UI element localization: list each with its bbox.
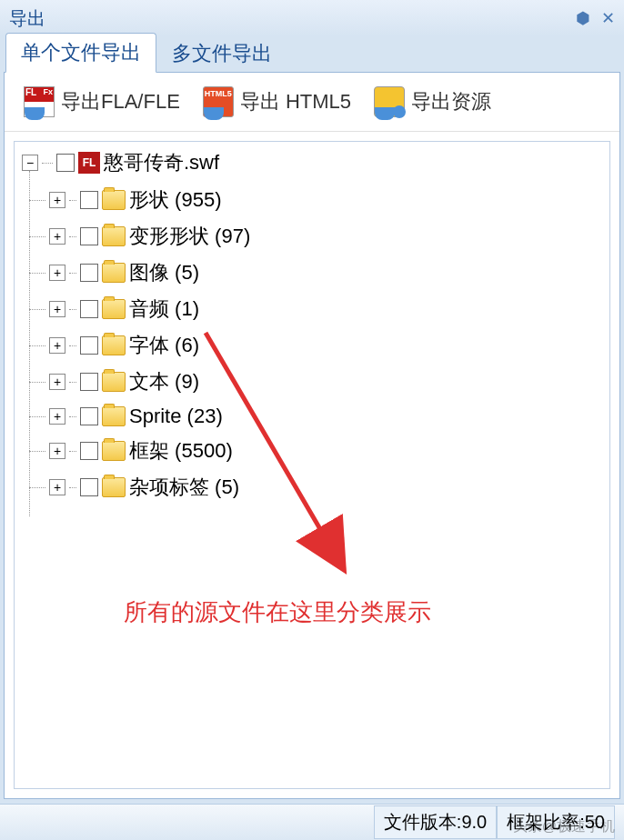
item-checkbox[interactable] — [80, 407, 98, 425]
toolbar: 导出FLA/FLE HTML5 导出 HTML5 导出资源 — [5, 73, 619, 132]
tree-view[interactable]: − FL 憨哥传奇.swf +形状 (955)+变形形状 (97)+图像 (5)… — [14, 141, 610, 789]
item-checkbox[interactable] — [80, 478, 98, 496]
tree-item[interactable]: +形状 (955) — [49, 182, 602, 218]
export-html5-button[interactable]: HTML5 导出 HTML5 — [202, 85, 351, 118]
item-checkbox[interactable] — [80, 191, 98, 209]
root-checkbox[interactable] — [56, 154, 75, 172]
expand-icon[interactable]: + — [49, 301, 65, 317]
item-label: 杂项标签 (5) — [129, 474, 239, 501]
item-label: 字体 (6) — [129, 332, 199, 359]
content-area: 导出FLA/FLE HTML5 导出 HTML5 导出资源 − — [4, 72, 620, 799]
expand-icon[interactable]: + — [49, 337, 65, 354]
tab-label: 多文件导出 — [172, 42, 272, 65]
close-icon[interactable]: ✕ — [601, 8, 615, 28]
expand-icon[interactable]: + — [49, 408, 65, 425]
titlebar: 导出 ⬢ ✕ — [0, 0, 624, 36]
folder-icon — [102, 406, 126, 426]
tree-item[interactable]: +框架 (5500) — [49, 433, 602, 469]
item-checkbox[interactable] — [80, 227, 98, 245]
item-label: 框架 (5500) — [129, 437, 233, 465]
tab-single-export[interactable]: 单个文件导出 — [5, 33, 156, 73]
export-window: 导出 ⬢ ✕ 单个文件导出 多文件导出 导出FLA/FLE HTML5 — [0, 0, 624, 840]
folder-icon — [102, 335, 126, 355]
root-label: 憨哥传奇.swf — [104, 149, 219, 176]
fla-icon — [23, 85, 55, 118]
item-label: 变形形状 (97) — [129, 223, 250, 250]
item-label: 文本 (9) — [129, 368, 199, 395]
item-checkbox[interactable] — [80, 264, 98, 282]
tree-item[interactable]: +文本 (9) — [49, 364, 602, 400]
tree-children: +形状 (955)+变形形状 (97)+图像 (5)+音频 (1)+字体 (6)… — [49, 182, 602, 505]
expand-icon[interactable]: + — [49, 479, 65, 495]
window-title: 导出 — [9, 6, 45, 31]
folder-icon — [102, 477, 126, 497]
file-version-cell: 文件版本:9.0 — [374, 805, 497, 839]
pin-icon[interactable]: ⬢ — [576, 8, 590, 28]
folder-icon — [102, 299, 126, 319]
export-fla-button[interactable]: 导出FLA/FLE — [23, 85, 180, 118]
expand-icon[interactable]: + — [49, 265, 65, 281]
folder-icon — [102, 190, 126, 210]
tree-item[interactable]: +Sprite (23) — [49, 400, 602, 433]
item-checkbox[interactable] — [80, 373, 98, 391]
resource-icon — [373, 85, 406, 118]
statusbar: 文件版本:9.0 框架比率:50 头条@极速手机 — [0, 804, 624, 840]
item-label: Sprite (23) — [129, 405, 223, 428]
tree-item[interactable]: +图像 (5) — [49, 255, 602, 291]
button-label: 导出资源 — [411, 88, 491, 115]
folder-icon — [102, 226, 126, 246]
button-label: 导出FLA/FLE — [61, 88, 180, 115]
tab-strip: 单个文件导出 多文件导出 — [0, 36, 624, 73]
watermark: 头条@极速手机 — [513, 817, 615, 836]
item-label: 形状 (955) — [129, 186, 221, 214]
button-label: 导出 HTML5 — [240, 88, 351, 115]
collapse-icon[interactable]: − — [22, 155, 38, 171]
item-checkbox[interactable] — [80, 442, 98, 460]
item-checkbox[interactable] — [80, 336, 98, 355]
titlebar-buttons: ⬢ ✕ — [576, 8, 615, 28]
tree-item[interactable]: +变形形状 (97) — [49, 218, 602, 255]
flash-file-icon: FL — [78, 152, 100, 174]
expand-icon[interactable]: + — [49, 192, 65, 208]
export-resource-button[interactable]: 导出资源 — [373, 85, 491, 118]
item-label: 图像 (5) — [129, 259, 199, 286]
tree-item[interactable]: +字体 (6) — [49, 327, 602, 364]
tab-label: 单个文件导出 — [21, 41, 141, 64]
expand-icon[interactable]: + — [49, 228, 65, 245]
expand-icon[interactable]: + — [49, 443, 65, 459]
tree-item[interactable]: +杂项标签 (5) — [49, 469, 602, 505]
tab-multi-export[interactable]: 多文件导出 — [156, 34, 287, 73]
item-label: 音频 (1) — [129, 295, 199, 323]
folder-icon — [102, 372, 126, 392]
tree-item[interactable]: +音频 (1) — [49, 291, 602, 327]
folder-icon — [102, 263, 126, 283]
item-checkbox[interactable] — [80, 300, 98, 318]
annotation-text: 所有的源文件在这里分类展示 — [124, 596, 431, 628]
html5-icon: HTML5 — [202, 85, 235, 118]
tree-root-item[interactable]: − FL 憨哥传奇.swf — [22, 149, 602, 176]
folder-icon — [102, 441, 126, 461]
expand-icon[interactable]: + — [49, 374, 65, 390]
